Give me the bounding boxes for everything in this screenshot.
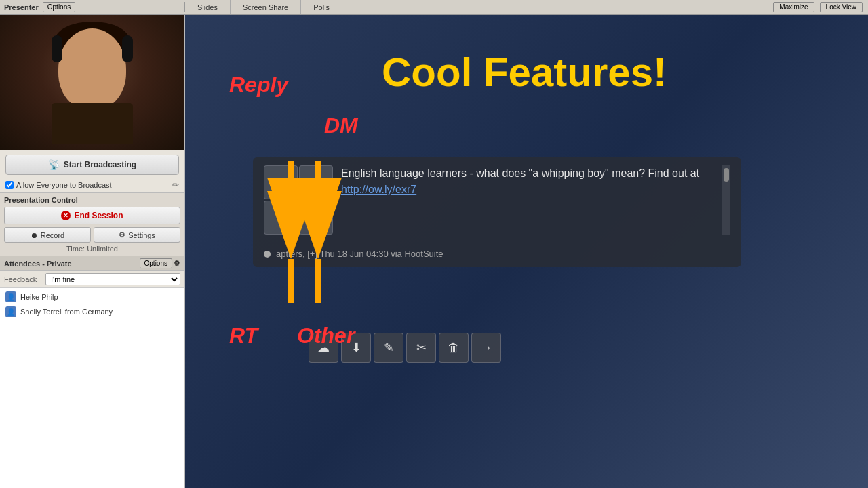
tweet-meta: aptlers, [+] Thu 18 Jun 04:30 via HootSu… [253, 243, 741, 267]
attendees-options-button[interactable]: Options [140, 258, 172, 268]
tweet-meta-text: aptlers, [+] Thu 18 Jun 04:30 via HootSu… [276, 249, 443, 259]
annotation-other: Other [297, 323, 355, 348]
attendees-title: Attendees - Private [4, 260, 140, 268]
toolbar-edit-button[interactable]: ✎ [374, 333, 403, 363]
record-icon: ⏺ [31, 231, 38, 239]
allow-broadcast-row: Allow Everyone to Broadcast ✏ [0, 179, 184, 192]
tweet-reply-button[interactable]: ↩ [264, 165, 298, 199]
headphone-left [52, 35, 62, 62]
end-session-label: End Session [74, 211, 123, 220]
record-label: Record [41, 231, 64, 239]
attendees-options-icon: ⚙ [174, 259, 180, 268]
list-item: 👤 Heike Philp [0, 289, 184, 304]
tab-slides[interactable]: Slides [185, 0, 231, 14]
tweet-other-button[interactable]: ⚙ [299, 201, 333, 235]
headphone-right [122, 35, 133, 62]
presenter-video [0, 15, 184, 150]
broadcast-icon: 📡 [48, 159, 60, 170]
tweet-link[interactable]: http://ow.ly/exr7 [341, 184, 416, 195]
edit-icon[interactable]: ✏ [172, 180, 179, 190]
tweet-content: English language learners - what does "a… [341, 165, 722, 235]
toolbar-forward-button[interactable]: → [471, 333, 501, 363]
settings-label: Settings [128, 231, 155, 239]
lock-view-button[interactable]: Lock View [820, 2, 863, 12]
annotation-reply: Reply [229, 73, 288, 98]
maximize-button[interactable]: Maximize [773, 2, 814, 12]
content-area: Reply DM RT Other Cool Features! [185, 15, 868, 488]
body [52, 103, 133, 144]
presenter-label: Presenter [4, 3, 39, 12]
broadcast-label: Start Broadcasting [64, 160, 136, 169]
tab-polls[interactable]: Polls [301, 0, 342, 14]
attendee-icon: 👤 [5, 306, 16, 317]
allow-broadcast-label: Allow Everyone to Broadcast [16, 181, 112, 189]
tweet-rt-button[interactable]: → [264, 201, 298, 235]
feedback-select[interactable]: I'm fine [45, 273, 180, 285]
presentation-control: Presentation Control ✕ End Session ⏺ Rec… [0, 192, 184, 256]
x-icon: ✕ [61, 211, 71, 220]
annotation-cool-features: Cool Features! [382, 49, 667, 96]
annotation-dm: DM [324, 113, 358, 138]
time-info: Time: Unlimited [4, 245, 180, 253]
time-label: Time: [66, 245, 85, 253]
top-bar: Presenter Options Slides Screen Share Po… [0, 0, 868, 15]
video-feed [0, 15, 184, 150]
tweet-dm-button[interactable]: ✉ [299, 165, 333, 199]
face [58, 28, 126, 110]
tweet-actions-grid: ↩ ✉ → ⚙ [264, 165, 333, 235]
tweet-dot [264, 251, 271, 258]
control-row: ⏺ Record ⚙ Settings [4, 227, 180, 243]
attendee-name: Heike Philp [20, 293, 58, 301]
tab-bar: Slides Screen Share Polls [185, 0, 768, 14]
attendee-icon: 👤 [5, 291, 16, 302]
list-item: 👤 Shelly Terrell from Germany [0, 304, 184, 319]
top-bar-right: Maximize Lock View [768, 2, 868, 12]
sidebar: 📡 Start Broadcasting Allow Everyone to B… [0, 15, 185, 488]
annotation-rt: RT [229, 323, 258, 348]
attendees-section: Attendees - Private Options ⚙ Feedback I… [0, 256, 184, 488]
toolbar-delete-button[interactable]: 🗑 [439, 333, 469, 363]
presenter-options-button[interactable]: Options [43, 2, 75, 12]
presentation-control-title: Presentation Control [4, 196, 180, 204]
settings-icon: ⚙ [119, 230, 125, 239]
tweet-text: English language learners - what does "a… [341, 167, 699, 179]
attendees-header: Attendees - Private Options ⚙ [0, 256, 184, 271]
attendee-list: 👤 Heike Philp 👤 Shelly Terrell from Germ… [0, 288, 184, 488]
main-layout: 📡 Start Broadcasting Allow Everyone to B… [0, 15, 868, 488]
presenter-section: Presenter Options [0, 2, 185, 12]
start-broadcasting-button[interactable]: 📡 Start Broadcasting [5, 155, 179, 175]
toolbar-cut-button[interactable]: ✂ [406, 333, 436, 363]
tweet-top: ↩ ✉ → ⚙ English language learners - what… [253, 157, 741, 243]
feedback-row: Feedback I'm fine [0, 271, 184, 288]
tab-screen-share[interactable]: Screen Share [231, 0, 301, 14]
tweet-scrollbar[interactable] [722, 165, 730, 235]
settings-button[interactable]: ⚙ Settings [94, 227, 180, 243]
tweet-card: ↩ ✉ → ⚙ English language learners - what… [253, 157, 741, 267]
feedback-label: Feedback [4, 275, 41, 283]
presenter-avatar [45, 22, 140, 144]
record-button[interactable]: ⏺ Record [4, 227, 91, 243]
tweet-scroll-thumb [724, 168, 729, 182]
attendee-name: Shelly Terrell from Germany [20, 308, 113, 316]
time-value: Unlimited [87, 245, 118, 253]
end-session-button[interactable]: ✕ End Session [4, 207, 180, 224]
allow-broadcast-checkbox[interactable] [5, 181, 14, 189]
